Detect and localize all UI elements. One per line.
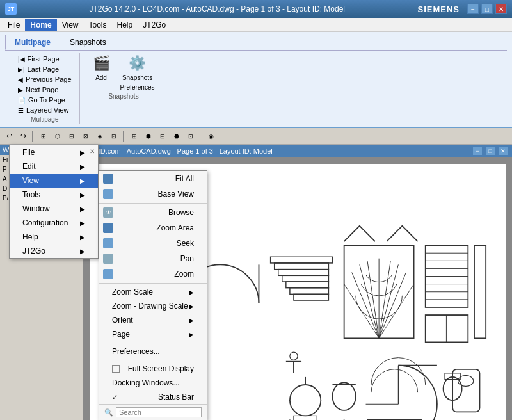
close-button[interactable]: ✕ [495, 4, 507, 14]
window-title: JT2Go 14.2.0 - LO4D.com - AutoCAD.dwg - … [17, 4, 417, 13]
svg-rect-35 [294, 416, 317, 420]
menu-close-button[interactable]: ✕ [88, 147, 97, 156]
submenu-zoom-area[interactable]: Zoom Area [99, 220, 207, 236]
svg-rect-30 [426, 315, 468, 342]
svg-rect-7 [278, 270, 329, 276]
toolbar-btn-10[interactable]: ⬣ [170, 130, 183, 143]
ribbon-group-label-multipage: Multipage [31, 116, 58, 123]
submenu-separator-4 [99, 360, 207, 360]
svg-line-20 [379, 272, 406, 338]
next-page-icon: ▶ [18, 86, 23, 93]
application-menu[interactable]: ✕ File▶ Edit▶ View▶ Tools▶ Window▶ Confi… [9, 145, 99, 259]
toolbar-btn-3[interactable]: ⊟ [65, 130, 78, 143]
first-page-icon: |◀ [18, 56, 25, 63]
canvas-titlebar: LO4D.com - AutoCAD.dwg - Page 1 of 3 - L… [83, 145, 512, 158]
submenu-docking-windows[interactable]: Docking Windows... [99, 376, 207, 390]
ribbon-btn-goto-page[interactable]: 📄 Go To Page [15, 95, 74, 104]
svg-rect-8 [282, 275, 329, 282]
toolbar-btn-9[interactable]: ⊟ [156, 130, 169, 143]
canvas-maximize-button[interactable]: □ [485, 147, 495, 156]
submenu-orient[interactable]: Orient▶ [99, 313, 207, 327]
menubar: File Home View Tools Help JT2Go [0, 18, 512, 32]
menu-jt2go[interactable]: JT2Go [138, 19, 171, 31]
ribbon-group-label-snapshots: Snapshots [108, 93, 138, 100]
menu-item-configuration[interactable]: Configuration▶ [10, 216, 98, 230]
svg-rect-5 [271, 257, 333, 263]
main-area: W Fi P A D Pa ✕ File▶ Edit▶ View▶ Tools▶… [0, 145, 512, 420]
menu-item-file[interactable]: File▶ [10, 145, 98, 159]
menu-item-view[interactable]: View▶ [10, 174, 98, 188]
redo-button[interactable]: ↪ [17, 130, 29, 143]
submenu-page[interactable]: Page▶ [99, 327, 207, 341]
zoom-icon [103, 269, 113, 279]
view-submenu[interactable]: Fit All Base View 👁 Browse Zoom Area See… [99, 170, 207, 420]
menu-home[interactable]: Home [25, 19, 56, 31]
search-box-container: 🔍 [99, 404, 207, 420]
toolbar-separator-2 [123, 131, 125, 142]
zoom-area-icon [103, 223, 113, 233]
submenu-browse[interactable]: 👁 Browse [99, 205, 207, 220]
ribbon-btn-first-page[interactable]: |◀ First Page [15, 54, 74, 63]
ribbon: Multipage Snapshots |◀ First Page ▶| Las… [0, 32, 512, 128]
submenu-zoom-drawing-scale[interactable]: Zoom - Drawing Scale▶ [99, 299, 207, 313]
submenu-separator-2 [99, 283, 207, 284]
menu-tools[interactable]: Tools [83, 19, 111, 31]
ribbon-btn-prev-page[interactable]: ◀ Previous Page [15, 75, 74, 84]
submenu-status-bar[interactable]: ✓ Status Bar [99, 390, 207, 404]
goto-page-icon: 📄 [18, 97, 26, 104]
menu-item-window[interactable]: Window▶ [10, 202, 98, 216]
maximize-button[interactable]: □ [481, 4, 493, 14]
toolbar-btn-7[interactable]: ⊞ [128, 130, 141, 143]
canvas-minimize-button[interactable]: − [472, 147, 483, 156]
menu-help[interactable]: Help [112, 19, 138, 31]
toolbar-btn-1[interactable]: ⊞ [37, 130, 50, 143]
submenu-zoom[interactable]: Zoom [99, 266, 207, 282]
status-bar-check-icon: ✓ [112, 393, 120, 401]
prev-page-icon: ◀ [18, 76, 23, 83]
submenu-separator-3 [99, 343, 207, 343]
submenu-pan[interactable]: Pan [99, 251, 207, 266]
toolbar-btn-4[interactable]: ⊠ [79, 130, 92, 143]
last-page-icon: ▶| [18, 66, 25, 73]
minimize-button[interactable]: − [467, 4, 479, 14]
base-view-icon [103, 189, 113, 199]
ribbon-btn-add[interactable]: 🎬 Add [90, 54, 113, 82]
svg-line-14 [352, 272, 379, 338]
menu-view[interactable]: View [57, 19, 84, 31]
canvas-close-button[interactable]: ✕ [498, 147, 508, 156]
ribbon-btn-next-page[interactable]: ▶ Next Page [15, 85, 74, 94]
toolbar-separator-1 [32, 131, 35, 142]
toolbar-btn-12[interactable]: ◉ [205, 130, 218, 143]
submenu-base-view[interactable]: Base View [99, 186, 207, 202]
search-input[interactable] [116, 407, 202, 417]
undo-button[interactable]: ↩ [3, 130, 15, 143]
menu-item-tools[interactable]: Tools▶ [10, 188, 98, 202]
app-logo-icon: JT [5, 3, 17, 15]
submenu-full-screen[interactable]: Full Screen Display [99, 362, 207, 376]
titlebar: JT JT2Go 14.2.0 - LO4D.com - AutoCAD.dwg… [0, 0, 512, 18]
seek-icon [103, 238, 113, 248]
menu-item-edit[interactable]: Edit▶ [10, 159, 98, 174]
fit-all-icon [103, 174, 113, 184]
toolbar-btn-2[interactable]: ⬡ [51, 130, 64, 143]
menu-item-jt2go[interactable]: JT2Go▶ [10, 244, 98, 258]
ribbon-group-snapshots: 🎬 Add ⚙️ Snapshots Preferences Snapshots [85, 53, 163, 124]
tab-snapshots[interactable]: Snapshots [60, 35, 116, 50]
ribbon-btn-layered-view[interactable]: ☰ Layered View [15, 106, 74, 115]
menu-file[interactable]: File [3, 19, 25, 31]
toolbar-btn-8[interactable]: ⬢ [142, 130, 155, 143]
browse-icon: 👁 [103, 207, 113, 218]
tab-multipage[interactable]: Multipage [5, 35, 60, 50]
submenu-seek[interactable]: Seek [99, 236, 207, 251]
submenu-preferences[interactable]: Preferences... [99, 344, 207, 359]
submenu-fit-all[interactable]: Fit All [99, 171, 207, 186]
svg-rect-10 [290, 288, 329, 295]
svg-point-53 [290, 352, 298, 360]
toolbar-btn-11[interactable]: ⊡ [184, 130, 197, 143]
menu-item-help[interactable]: Help▶ [10, 230, 98, 244]
submenu-zoom-scale[interactable]: Zoom Scale▶ [99, 285, 207, 299]
toolbar-btn-6[interactable]: ⊡ [108, 130, 120, 143]
toolbar-btn-5[interactable]: ◈ [93, 130, 106, 143]
ribbon-btn-snapshots-prefs[interactable]: ⚙️ Snapshots Preferences [118, 54, 157, 92]
ribbon-btn-last-page[interactable]: ▶| Last Page [15, 65, 74, 74]
